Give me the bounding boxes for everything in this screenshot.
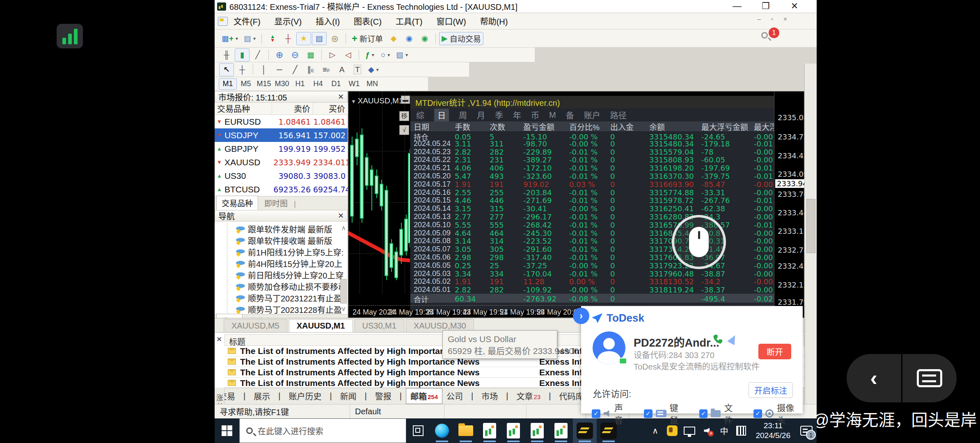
terminal-tab-公司[interactable]: 公司	[442, 388, 467, 404]
market-watch-tab[interactable]: 交易品种	[216, 196, 258, 210]
table-row[interactable]: 2024.05.021.9119111.280.00 %03318130.52-…	[410, 277, 774, 285]
menu-item[interactable]: 显示(V)	[275, 15, 302, 27]
data-window-button[interactable]	[281, 32, 295, 45]
text-label-button[interactable]	[350, 63, 365, 76]
menu-item[interactable]: 窗口(W)	[436, 15, 466, 27]
terminal-tab-文章[interactable]: 文章23	[512, 388, 545, 404]
menu-item[interactable]: 插入(I)	[316, 15, 340, 27]
navigator-ea-item[interactable]: 顺势马丁20231228有止盈	[215, 304, 348, 314]
terminal-tab-账户历史[interactable]: 账户历史	[284, 388, 325, 404]
timeframe-m1[interactable]: M1	[219, 78, 237, 90]
cursor-button[interactable]	[219, 63, 234, 76]
table-row[interactable]: 2024.05.132.77277-296.17-0.01 %03316280.…	[410, 212, 774, 221]
table-row[interactable]: 2024.05.243.11311-98.70-0.00 %03315480.3…	[410, 139, 774, 148]
templates-button[interactable]: ▾	[394, 48, 410, 62]
navigator-ea-item[interactable]: 跟单软件发射端 最新版	[215, 223, 348, 235]
table-row[interactable]: 2024.05.222.31231-389.27-0.01 %03315808.…	[410, 155, 774, 164]
mtdriver-check-button[interactable]: √	[399, 125, 409, 135]
checkbox-checked[interactable]: ✓	[753, 409, 762, 418]
mt4-terminal-3-taskbar-button[interactable]	[525, 418, 549, 443]
table-row[interactable]: 2024.05.162.55255-203.84-0.01 %03315774.…	[410, 188, 774, 196]
edge-taskbar-button[interactable]	[430, 418, 454, 443]
chart-tab[interactable]: XAUUSD,M1	[289, 319, 353, 332]
crosshair-button[interactable]	[235, 63, 250, 76]
terminal-tab-展示[interactable]: 展示	[250, 388, 274, 404]
arrows-button[interactable]: ▾	[366, 63, 381, 76]
market-watch-row[interactable]: ▼USDJPY156.941157.002	[215, 128, 348, 142]
annotate-button[interactable]: 开启标注	[749, 382, 793, 398]
navigator-ea-item[interactable]: 顺势加仓移动止损不要移动	[215, 281, 348, 292]
timeframe-h4[interactable]: H4	[309, 78, 327, 90]
table-row[interactable]: 2024.05.050.2525-37.25-0.00 %03317923.23…	[410, 261, 774, 269]
mtdriver-tab-日[interactable]: 日	[434, 109, 449, 121]
new-chart-button[interactable]: ▾	[219, 32, 240, 45]
horizontal-line-button[interactable]	[272, 63, 287, 76]
connection-button[interactable]	[417, 32, 432, 45]
navigator-button[interactable]	[296, 32, 311, 45]
taskbar-search-input[interactable]: 在此键入进行搜索	[239, 418, 406, 443]
zoom-in-button[interactable]	[272, 48, 287, 62]
chart-tab[interactable]: XAUUSD,M5	[224, 319, 287, 332]
scroll-down-icon[interactable]: ∨	[341, 305, 346, 313]
menu-item[interactable]: 帮助(H)	[480, 15, 508, 27]
mtdriver-tab-周[interactable]: 周	[459, 109, 467, 121]
tile-windows-button[interactable]	[303, 48, 318, 62]
close-icon[interactable]: ✕	[216, 335, 222, 344]
close-button[interactable]: ✕	[785, 0, 804, 13]
mdi-window-controls[interactable]: ‒ ▫ ×	[757, 16, 791, 23]
back-button[interactable]: ‹	[847, 354, 901, 402]
navigator-ea-item[interactable]: 前1H阳线1分钟上穿5上穿:	[215, 246, 348, 258]
autotrade-button[interactable]: 自动交易	[439, 32, 483, 45]
terminal-button[interactable]	[312, 32, 327, 45]
table-row[interactable]: 2024.05.205.47493-323.60-0.01 %03316370.…	[410, 172, 774, 180]
maximize-button[interactable]: ❐	[756, 0, 775, 13]
minimize-button[interactable]: —	[728, 0, 746, 13]
table-row[interactable]: 2024.05.214.06406-172.10-0.01 %03316198.…	[410, 164, 774, 172]
table-row[interactable]: 2024.05.154.46446-271.69-0.01 %03315978.…	[410, 196, 774, 204]
table-row[interactable]: 2024.05.033.34334-170.04-0.01 %03317960.…	[410, 269, 774, 278]
timeframe-d1[interactable]: D1	[327, 78, 345, 90]
strategy-tester-button[interactable]	[327, 32, 342, 45]
checkbox-checked[interactable]: ✓	[592, 409, 600, 418]
mtdriver-tab-路径[interactable]: 路径	[610, 109, 627, 121]
menu-item[interactable]: 图表(C)	[354, 15, 382, 27]
timeframe-m30[interactable]: M30	[273, 78, 291, 90]
terminal-tab-新闻[interactable]: 新闻	[336, 388, 361, 404]
terminal-tab-邮箱[interactable]: 邮箱254	[406, 388, 442, 404]
equidistant-channel-button[interactable]	[303, 63, 318, 76]
mtdriver-move-button[interactable]: 移	[399, 111, 409, 121]
checkbox-checked[interactable]: ✓	[644, 409, 653, 418]
market-watch-row[interactable]: ▲GBPJPY199.919199.952	[215, 142, 348, 155]
mt4-terminal-1-taskbar-button[interactable]	[478, 418, 501, 443]
close-icon[interactable]	[338, 211, 344, 220]
mtdriver-tab-季[interactable]: 季	[495, 109, 503, 121]
terminal-tab-市场[interactable]: 市场	[477, 388, 502, 404]
chart-tab[interactable]: US30,M1	[355, 319, 404, 332]
table-row[interactable]: 2024.05.232.82282-229.89-0.01 %03315579.…	[410, 148, 774, 156]
task-view-button[interactable]	[406, 418, 430, 443]
table-row[interactable]: 2024.05.012.82282-109.92-0.00 %03318119.…	[410, 285, 774, 294]
navigator-ea-item[interactable]: 跟单软件接收端 最新版	[215, 235, 348, 246]
line-chart-button[interactable]	[250, 48, 265, 62]
table-row[interactable]: 2024.05.171.91191919.020.03 %03316693.90…	[410, 180, 774, 188]
chart-window[interactable]: XAUUSD,M1 ▬ MTDriver统计 ,V1.94 (http://mt…	[348, 91, 804, 318]
disconnect-button[interactable]: 断开	[758, 344, 791, 359]
todesk-collapse-button[interactable]: ›	[573, 308, 589, 324]
indicators-button[interactable]: ▾	[362, 48, 377, 62]
trendline-button[interactable]	[288, 63, 302, 76]
market-watch-button[interactable]	[265, 32, 280, 45]
candlesticks-button[interactable]	[235, 48, 250, 62]
timeframe-h1[interactable]: H1	[291, 78, 309, 90]
search-icon[interactable]	[761, 32, 768, 39]
new-order-button[interactable]: 新订单	[349, 32, 385, 45]
close-icon[interactable]	[338, 92, 344, 101]
timeframe-m15[interactable]: M15	[255, 78, 273, 90]
fibonacci-button[interactable]	[319, 63, 334, 76]
shift-end-button[interactable]	[325, 48, 340, 62]
start-button[interactable]	[215, 418, 239, 443]
menu-item[interactable]: 工具(T)	[396, 15, 423, 27]
vertical-line-button[interactable]	[256, 63, 271, 76]
navigator-ea-item[interactable]: 前日阳线5分钟上穿20上穿	[215, 269, 348, 281]
timeframe-mn[interactable]: MN	[363, 78, 381, 90]
market-watch-tab[interactable]: 即时图	[259, 196, 293, 210]
